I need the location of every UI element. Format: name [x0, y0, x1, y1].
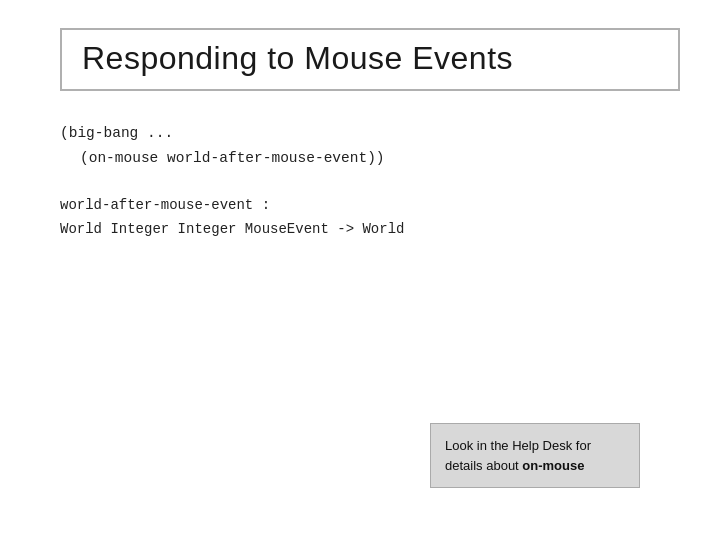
code-line-2: (on-mouse world-after-mouse-event)) [80, 146, 680, 171]
signature-block: world-after-mouse-event : World Integer … [60, 194, 680, 242]
code-line-1: (big-bang ... [60, 121, 680, 146]
signature-line-2: World Integer Integer MouseEvent -> Worl… [60, 218, 680, 242]
tooltip-bold-text: on-mouse [522, 458, 584, 473]
slide-title: Responding to Mouse Events [82, 40, 513, 76]
code-block: (big-bang ... (on-mouse world-after-mous… [60, 121, 680, 170]
signature-line-1: world-after-mouse-event : [60, 194, 680, 218]
title-box: Responding to Mouse Events [60, 28, 680, 91]
slide: Responding to Mouse Events (big-bang ...… [0, 28, 720, 540]
content-area: (big-bang ... (on-mouse world-after-mous… [0, 111, 720, 242]
tooltip-box: Look in the Help Desk for details about … [430, 423, 640, 488]
